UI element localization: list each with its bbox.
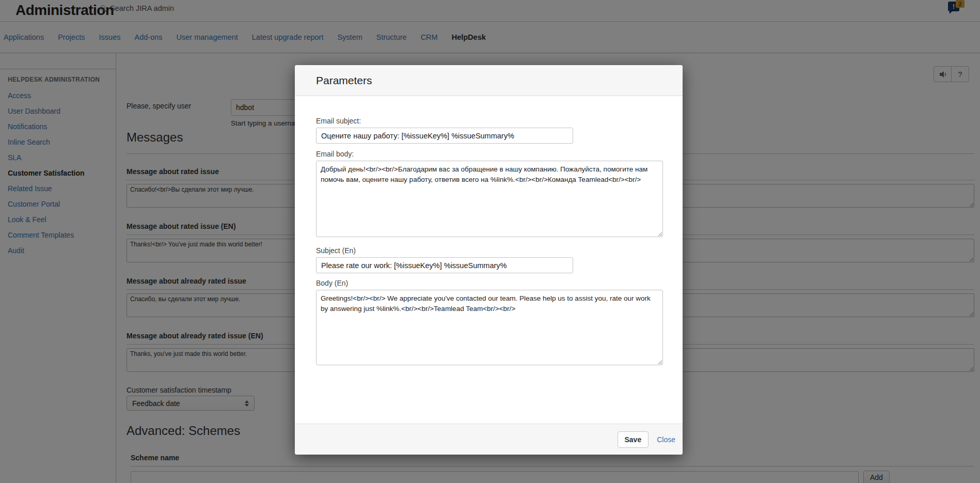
email-body-label: Email body: — [316, 150, 661, 158]
dialog-footer: Save Close — [295, 424, 683, 455]
parameters-dialog: Parameters Email subject: Email body: До… — [295, 65, 683, 455]
dialog-title: Parameters — [316, 74, 372, 87]
dialog-body: Email subject: Email body: Добрый день!<… — [295, 96, 683, 365]
save-button[interactable]: Save — [618, 431, 649, 448]
close-button[interactable]: Close — [657, 435, 675, 444]
body-en-textarea[interactable]: Greetings!<br/><br/> We appreciate you'v… — [316, 290, 663, 365]
body-en-label: Body (En) — [316, 279, 661, 287]
email-subject-input[interactable] — [316, 128, 573, 144]
subject-en-input[interactable] — [316, 257, 573, 273]
subject-en-label: Subject (En) — [316, 246, 661, 255]
email-body-textarea[interactable]: Добрый день!<br/><br/>Благодарим вас за … — [316, 161, 663, 237]
email-subject-label: Email subject: — [316, 117, 661, 125]
dialog-header: Parameters — [295, 65, 683, 96]
